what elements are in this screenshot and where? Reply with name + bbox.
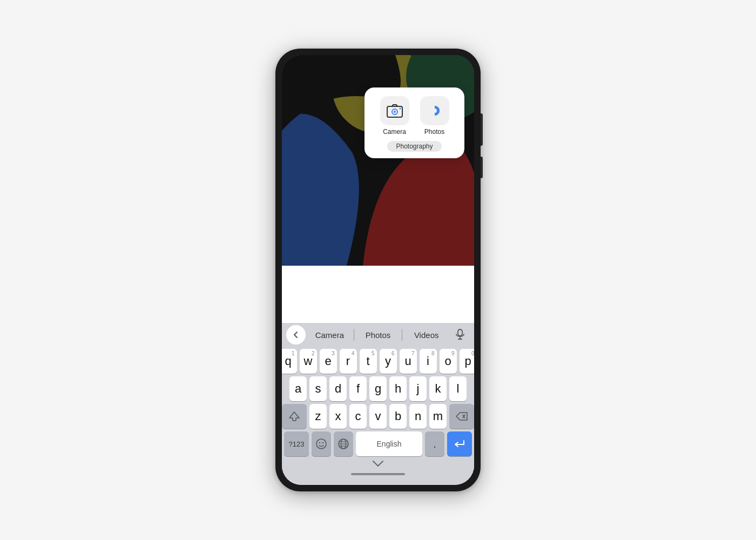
suggestion-camera[interactable]: Camera [308, 327, 352, 343]
shift-key[interactable] [282, 404, 307, 429]
key-e[interactable]: 3 e [320, 349, 337, 374]
keys-area: 1 q 2 w 3 e 4 r [282, 347, 474, 456]
key-row-bottom: ?123 [284, 431, 472, 456]
suggestion-photos[interactable]: Photos [356, 327, 400, 343]
key-g[interactable]: g [369, 376, 387, 401]
key-t[interactable]: 5 t [360, 349, 377, 374]
key-w[interactable]: 2 w [300, 349, 317, 374]
suggestions-bar: Camera Photos Videos [282, 323, 474, 347]
key-i[interactable]: 8 i [420, 349, 437, 374]
key-p[interactable]: 0 p [460, 349, 475, 374]
folder-apps-row: Camera [380, 96, 449, 136]
photos-icon-wrapper [420, 96, 449, 125]
mic-icon [455, 329, 465, 341]
svg-point-6 [399, 108, 401, 110]
suggestion-divider-2 [402, 329, 402, 341]
folder-name-badge: Photography [387, 141, 441, 152]
chevron-down-bar[interactable] [282, 459, 474, 470]
globe-key[interactable] [334, 431, 353, 456]
key-d[interactable]: d [329, 376, 347, 401]
mic-button[interactable] [450, 325, 470, 345]
key-row-1: 1 q 2 w 3 e 4 r [284, 349, 472, 374]
key-s[interactable]: s [309, 376, 327, 401]
key-c[interactable]: c [349, 404, 367, 429]
svg-point-13 [316, 439, 326, 449]
globe-icon [338, 438, 349, 449]
photos-app-label: Photos [424, 128, 444, 136]
camera-icon [386, 102, 403, 119]
key-m[interactable]: m [429, 404, 447, 429]
photos-app-item[interactable]: Photos [420, 96, 449, 136]
svg-rect-8 [458, 329, 462, 336]
emoji-icon [316, 438, 327, 449]
keyboard-area: Camera Photos Videos [282, 323, 474, 485]
home-indicator [351, 473, 405, 475]
key-l[interactable]: l [449, 376, 467, 401]
key-j[interactable]: j [409, 376, 427, 401]
key-q[interactable]: 1 q [282, 349, 297, 374]
suggestion-divider-1 [354, 329, 354, 341]
emoji-key[interactable] [312, 431, 331, 456]
svg-point-7 [433, 109, 437, 113]
delete-key[interactable] [449, 404, 474, 429]
back-arrow-icon [292, 331, 300, 339]
enter-icon [454, 439, 465, 449]
key-row-2: a s d f g [284, 376, 472, 401]
phone-frame: Camera [275, 49, 481, 491]
key-k[interactable]: k [429, 376, 447, 401]
phone-container: Camera [275, 49, 481, 491]
suggestion-videos[interactable]: Videos [404, 327, 448, 343]
wallpaper: Camera [282, 55, 474, 266]
phone-screen: Camera [282, 55, 474, 485]
key-f[interactable]: f [349, 376, 367, 401]
key-y[interactable]: 6 y [380, 349, 397, 374]
key-x[interactable]: x [329, 404, 347, 429]
camera-app-label: Camera [383, 128, 406, 136]
spacebar-key[interactable]: English [356, 431, 422, 456]
delete-icon [456, 412, 468, 421]
camera-app-item[interactable]: Camera [380, 96, 409, 136]
home-indicator-bar [282, 470, 474, 481]
key-r[interactable]: 4 r [340, 349, 357, 374]
key-u[interactable]: 7 u [400, 349, 417, 374]
key-n[interactable]: n [409, 404, 427, 429]
enter-key[interactable] [447, 431, 472, 456]
chevron-down-icon [372, 460, 384, 468]
key-v[interactable]: v [369, 404, 387, 429]
camera-icon-wrapper [380, 96, 409, 125]
key-o[interactable]: 9 o [440, 349, 457, 374]
numbers-key[interactable]: ?123 [284, 431, 309, 456]
period-key[interactable]: . [425, 431, 444, 456]
svg-point-15 [322, 442, 323, 443]
photos-icon [426, 102, 444, 120]
svg-point-5 [394, 111, 396, 113]
app-folder-popup: Camera [364, 87, 464, 158]
key-z[interactable]: z [309, 404, 327, 429]
key-h[interactable]: h [389, 376, 407, 401]
key-row-3: z x c v b [284, 404, 472, 429]
back-arrow-button[interactable] [286, 325, 306, 345]
shift-icon [288, 410, 300, 422]
svg-point-14 [319, 442, 320, 443]
key-a[interactable]: a [289, 376, 307, 401]
key-b[interactable]: b [389, 404, 407, 429]
